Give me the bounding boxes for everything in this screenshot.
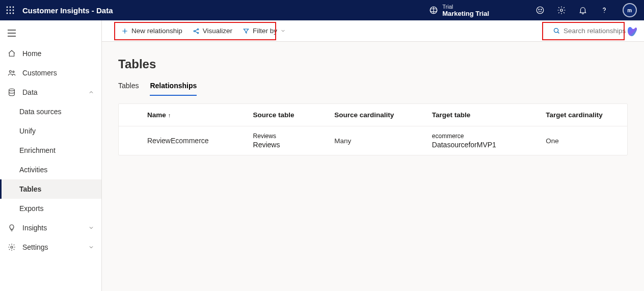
command-bar: New relationship Visualizer Filter by: [102, 20, 644, 42]
column-header-target-cardinality[interactable]: Target cardinality: [546, 111, 627, 119]
svg-point-15: [604, 12, 605, 13]
copilot-button[interactable]: [627, 25, 639, 38]
svg-point-23: [554, 29, 558, 33]
svg-point-2: [13, 7, 14, 8]
sidebar-item-unify[interactable]: Unify: [0, 121, 101, 141]
cell-major: Reviews: [253, 141, 335, 149]
cell-target-cardinality: One: [546, 137, 627, 145]
svg-point-22: [197, 32, 199, 34]
sidebar-item-tables[interactable]: Tables: [0, 179, 101, 199]
app-title: Customer Insights - Data: [22, 6, 113, 15]
column-label: Source table: [253, 111, 294, 119]
relationships-table: Name ↑ Source table Source cardinality T…: [118, 103, 628, 155]
chevron-down-icon: [88, 244, 94, 250]
svg-point-1: [10, 7, 11, 8]
gear-icon: [7, 243, 16, 251]
svg-point-12: [539, 9, 540, 10]
sidebar-item-insights[interactable]: Insights: [0, 218, 101, 237]
app-launcher-button[interactable]: [2, 2, 18, 18]
tabs: Tables Relationships: [118, 78, 628, 96]
tab-relationships[interactable]: Relationships: [150, 78, 197, 96]
new-relationship-button[interactable]: New relationship: [117, 24, 186, 38]
tab-tables[interactable]: Tables: [118, 78, 139, 96]
sidebar-item-label: Data: [22, 88, 38, 96]
header-actions: m: [535, 3, 637, 17]
column-header-source-cardinality[interactable]: Source cardinality: [334, 111, 432, 119]
cell-target-table: ecommerce DatasourceforMVP1: [432, 133, 546, 149]
account-avatar[interactable]: m: [623, 3, 637, 17]
plus-icon: [121, 28, 128, 35]
svg-point-11: [536, 7, 544, 14]
svg-point-20: [194, 30, 195, 32]
chevron-down-icon: [88, 225, 94, 231]
table-row[interactable]: ReviewEcommerce Reviews Reviews Many eco…: [119, 126, 627, 155]
sidebar-item-data-sources[interactable]: Data sources: [0, 102, 101, 121]
app-header: Customer Insights - Data Trial Marketing…: [0, 0, 644, 20]
svg-point-17: [13, 71, 14, 72]
smile-icon: [535, 6, 545, 15]
copilot-icon: [627, 25, 639, 38]
sidebar-item-label: Insights: [22, 224, 47, 232]
bell-icon: [578, 6, 587, 15]
table-header-row: Name ↑ Source table Source cardinality T…: [119, 104, 627, 126]
sidebar-item-enrichment[interactable]: Enrichment: [0, 141, 101, 160]
search-icon: [553, 27, 560, 35]
svg-point-5: [13, 10, 14, 11]
sidebar-item-label: Enrichment: [19, 146, 56, 154]
help-button[interactable]: [599, 5, 609, 15]
sort-ascending-icon: ↑: [168, 112, 171, 118]
column-label: Target cardinality: [546, 111, 603, 119]
settings-button[interactable]: [556, 5, 567, 15]
sidebar: Home Customers Data Data sources Unify E…: [0, 20, 102, 291]
share-icon: [193, 28, 200, 35]
page-title: Tables: [118, 57, 628, 71]
sidebar-item-exports[interactable]: Exports: [0, 199, 101, 218]
page-body: Tables Tables Relationships Name ↑ Sourc…: [102, 42, 644, 155]
svg-point-7: [10, 13, 11, 14]
question-icon: [600, 6, 609, 15]
svg-point-18: [9, 89, 15, 91]
sidebar-item-home[interactable]: Home: [0, 44, 101, 63]
environment-text: Trial Marketing Trial: [442, 3, 489, 17]
environment-picker[interactable]: Trial Marketing Trial: [429, 3, 489, 17]
cell-major: DatasourceforMVP1: [432, 141, 546, 149]
gear-icon: [557, 6, 566, 15]
sidebar-item-activities[interactable]: Activities: [0, 160, 101, 179]
sidebar-toggle[interactable]: [1, 22, 22, 44]
svg-point-16: [9, 70, 11, 72]
button-label: Filter by: [253, 27, 277, 35]
column-header-source-table[interactable]: Source table: [253, 111, 335, 119]
svg-point-0: [7, 7, 8, 8]
search-relationships[interactable]: [550, 23, 638, 39]
svg-point-19: [11, 246, 13, 248]
svg-point-6: [7, 13, 8, 14]
main-content: New relationship Visualizer Filter by: [102, 20, 644, 291]
sidebar-item-settings[interactable]: Settings: [0, 237, 101, 257]
feedback-button[interactable]: [535, 5, 545, 15]
button-label: Visualizer: [203, 27, 232, 35]
filter-by-button[interactable]: Filter by: [238, 24, 290, 38]
chevron-up-icon: [88, 89, 94, 95]
svg-point-8: [13, 13, 14, 14]
column-label: Target table: [432, 111, 471, 119]
column-label: Source cardinality: [334, 111, 394, 119]
column-header-name[interactable]: Name ↑: [147, 111, 253, 119]
sidebar-item-label: Exports: [19, 204, 43, 213]
column-header-target-table[interactable]: Target table: [432, 111, 546, 119]
sidebar-item-label: Unify: [19, 127, 36, 135]
waffle-icon: [6, 6, 14, 14]
cell-source-cardinality: Many: [334, 137, 432, 145]
customers-icon: [7, 69, 16, 77]
hamburger-icon: [7, 30, 16, 37]
notifications-button[interactable]: [578, 5, 588, 15]
svg-point-21: [197, 29, 199, 30]
visualizer-button[interactable]: Visualizer: [189, 24, 236, 38]
search-input[interactable]: [564, 27, 635, 35]
svg-point-3: [7, 10, 8, 11]
cell-minor: Reviews: [253, 133, 335, 140]
sidebar-item-data[interactable]: Data: [0, 83, 101, 102]
environment-label: Trial: [442, 3, 489, 10]
svg-point-4: [10, 10, 11, 11]
svg-point-13: [541, 9, 542, 10]
sidebar-item-customers[interactable]: Customers: [0, 63, 101, 83]
